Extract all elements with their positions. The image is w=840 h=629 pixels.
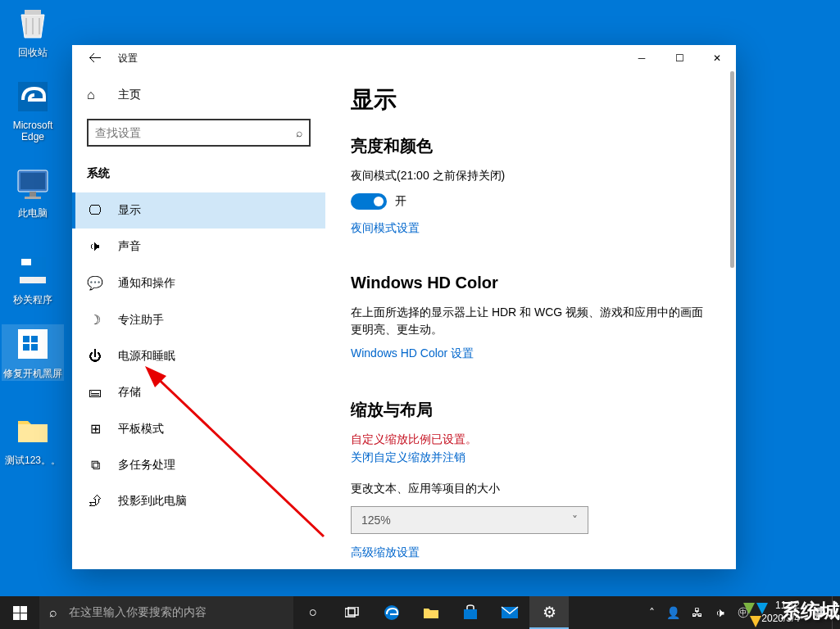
nav-multitask[interactable]: ⧉ 多任务处理 [72,447,325,483]
nav-label: 投影到此电脑 [118,494,187,509]
desktop-icon-recycle-bin[interactable]: 回收站 [2,3,64,60]
storage-icon: 🖴 [87,385,103,400]
desktop-icon-app2[interactable]: 修复开机黑屏 [2,324,64,381]
scrollbar-thumb[interactable] [730,71,734,268]
edge-icon [13,77,52,116]
taskbar-mail[interactable] [490,596,529,629]
scale-dropdown[interactable]: 125% ˅ [351,506,588,534]
window-title: 设置 [118,52,138,66]
home-button[interactable]: ⌂ 主页 [72,79,325,111]
section-hdcolor: Windows HD Color [351,274,711,292]
toggle-state: 开 [395,194,406,209]
tray-ime[interactable]: ㊥ [732,605,755,620]
tray-action-center[interactable]: 💬 [806,606,832,619]
power-icon: ⏻ [87,349,103,364]
tray-network[interactable]: 🖧 [686,606,709,619]
taskbar: ⌕ 在这里输入你要搜索的内容 ○ ⚙ ˄ 👤 🖧 🕩 ㊥ 11:12 2020/… [0,596,840,629]
time: 11:12 [761,600,800,613]
scale-reset-link[interactable]: 关闭自定义缩放并注销 [351,450,711,465]
desktop-icon-edge[interactable]: Microsoft Edge [2,77,64,143]
section-scale: 缩放与布局 [351,399,711,421]
tray-people[interactable]: 👤 [661,606,686,619]
hdcolor-desc: 在上面所选择的显示器上让 HDR 和 WCG 视频、游戏和应用中的画面更明亮、更… [351,304,711,338]
svg-rect-8 [21,259,31,265]
taskbar-settings[interactable]: ⚙ [529,596,569,629]
cortana-button[interactable]: ○ [293,596,333,629]
nav-label: 显示 [118,203,141,218]
desktop-icon-label: Microsoft Edge [2,120,64,143]
desktop-icon-folder[interactable]: 测试123。。 [2,411,64,468]
sidebar: ⌂ 主页 ⌕ 系统 🖵 显示 🕩 声音 💬 通知和操作 ☽ [72,71,326,569]
titlebar[interactable]: 🡠 设置 ─ ☐ ✕ [72,45,736,71]
night-mode-settings-link[interactable]: 夜间模式设置 [351,221,711,236]
nav-tablet[interactable]: ⊞ 平板模式 [72,410,325,447]
desktop-icon-label: 秒关程序 [2,293,64,307]
settings-window: 🡠 设置 ─ ☐ ✕ ⌂ 主页 ⌕ 系统 🖵 显示 🕩 [72,45,736,569]
desktop-icon-app1[interactable]: 秒关程序 [2,251,64,307]
date: 2020/3/4 [761,613,800,626]
sound-icon: 🕩 [87,239,103,254]
focus-icon: ☽ [87,312,103,328]
category-label: 系统 [72,161,325,192]
svg-rect-17 [20,606,27,613]
svg-rect-7 [20,277,46,283]
taskbar-explorer[interactable] [411,596,451,629]
svg-rect-18 [13,613,20,620]
tray-volume[interactable]: 🕩 [709,606,732,619]
start-button[interactable] [0,596,39,629]
tablet-icon: ⊞ [87,421,103,437]
advanced-scale-link[interactable]: 高级缩放设置 [351,545,711,560]
system-tray: ˄ 👤 🖧 🕩 ㊥ 11:12 2020/3/4 💬 [643,596,840,629]
toggle-switch[interactable] [351,193,387,210]
display-icon: 🖵 [87,203,103,218]
nav-project[interactable]: ⮵ 投影到此电脑 [72,483,325,519]
svg-rect-16 [13,606,20,613]
project-icon: ⮵ [87,494,103,509]
hdcolor-settings-link[interactable]: Windows HD Color 设置 [351,346,711,361]
scrollbar[interactable] [723,71,736,569]
nav-focus[interactable]: ☽ 专注助手 [72,301,325,338]
taskbar-edge[interactable] [372,596,411,629]
svg-rect-11 [31,336,38,342]
tray-clock[interactable]: 11:12 2020/3/4 [755,600,806,625]
section-brightness: 亮度和颜色 [351,135,711,157]
nav-notifications[interactable]: 💬 通知和操作 [72,265,325,301]
close-button[interactable]: ✕ [698,45,736,71]
svg-rect-19 [20,613,27,620]
task-view-button[interactable] [333,596,372,629]
svg-rect-3 [20,173,45,189]
search-icon: ⌕ [49,605,57,620]
taskbar-store[interactable] [451,596,490,629]
scale-warning: 自定义缩放比例已设置。 [351,432,711,447]
nav-sound[interactable]: 🕩 声音 [72,229,325,265]
nav-label: 存储 [118,385,141,400]
tray-chevron[interactable]: ˄ [643,606,661,619]
nav-label: 声音 [118,239,141,254]
nav-storage[interactable]: 🖴 存储 [72,374,325,410]
nav-power[interactable]: ⏻ 电源和睡眠 [72,338,325,374]
show-desktop-button[interactable] [832,596,837,629]
search-icon: ⌕ [296,126,302,139]
search-box[interactable]: ⌕ [87,119,311,147]
desktop-icon-this-pc[interactable]: 此电脑 [2,164,64,220]
nav-label: 通知和操作 [118,276,175,291]
maximize-button[interactable]: ☐ [661,45,698,71]
svg-rect-10 [23,336,30,342]
nav-label: 平板模式 [118,422,164,437]
taskbar-search[interactable]: ⌕ 在这里输入你要搜索的内容 [39,596,293,629]
nav-label: 电源和睡眠 [118,349,175,364]
night-mode-label: 夜间模式(21:00 之前保持关闭) [351,169,711,183]
svg-rect-13 [31,344,38,351]
page-title: 显示 [351,84,711,115]
desktop-icon-label: 回收站 [2,46,64,60]
nav-display[interactable]: 🖵 显示 [72,192,325,229]
night-mode-toggle[interactable]: 开 [351,193,711,210]
minimize-button[interactable]: ─ [623,45,661,71]
desktop-icon-label: 修复开机黑屏 [2,367,64,381]
search-input[interactable] [95,126,296,139]
chevron-down-icon: ˅ [572,514,578,527]
multitask-icon: ⧉ [87,458,103,473]
back-button[interactable]: 🡠 [79,45,111,71]
nav-label: 专注助手 [118,313,164,328]
svg-rect-5 [25,197,41,199]
